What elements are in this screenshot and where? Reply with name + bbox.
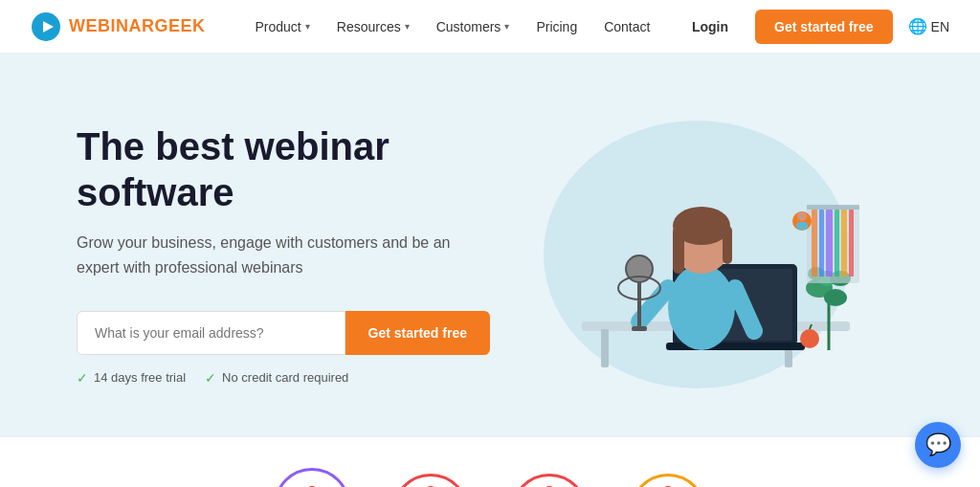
nav-customers[interactable]: Customers ▾ [425,11,522,42]
chat-bubble[interactable]: 💬 [915,422,961,468]
logo-text: WEBINARGEEK [69,16,206,36]
navbar: WEBINARGEEK Product ▾ Resources ▾ Custom… [0,0,980,54]
badge-circle-support: G BestSupport FALL [511,474,588,487]
svg-rect-12 [673,226,684,274]
trust-item-no-credit: ✓ No credit card required [205,370,348,386]
svg-rect-31 [826,210,833,277]
svg-line-14 [639,288,668,321]
email-form: Get started free [77,311,490,355]
svg-point-9 [668,264,735,350]
chevron-down-icon: ▾ [305,21,310,32]
email-input[interactable] [77,311,345,355]
check-icon: ✓ [205,370,216,386]
nav-pricing[interactable]: Pricing [524,11,589,42]
badge-circle-leader: G Leader Europe [274,468,350,487]
trust-badges: ✓ 14 days free trial ✓ No credit card re… [77,370,490,386]
svg-rect-32 [835,210,839,277]
check-icon: ✓ [77,370,88,386]
svg-rect-35 [807,205,859,210]
hero-illustration [490,121,903,388]
svg-point-37 [797,211,807,221]
svg-rect-29 [812,210,817,277]
hero-subtitle: Grow your business, engage with customer… [77,231,479,279]
logo[interactable]: WEBINARGEEK [31,11,206,42]
logo-icon [31,11,61,42]
chevron-down-icon: ▾ [504,21,509,32]
hero-section: The best webinar software Grow your busi… [0,54,980,436]
trust-item-trial: ✓ 14 days free trial [77,370,186,386]
svg-rect-30 [819,210,824,277]
svg-rect-34 [849,210,854,277]
nav-right: Login Get started free 🌐 EN [680,10,949,44]
globe-icon: 🌐 [908,17,927,35]
badge-usability: G BestUsability SUMMER 2021 [620,474,716,487]
badge-support: G BestSupport FALL 2021 [501,474,597,487]
svg-rect-33 [841,210,847,277]
nav-contact[interactable]: Contact [592,11,661,42]
svg-rect-18 [632,326,647,331]
get-started-button[interactable]: Get started free [345,311,490,355]
svg-point-22 [824,289,847,306]
login-button[interactable]: Login [680,11,740,42]
chevron-down-icon: ▾ [405,21,410,32]
hero-content: The best webinar software Grow your busi… [77,123,490,385]
chat-icon: 💬 [925,432,951,457]
svg-point-26 [800,329,819,348]
svg-rect-38 [796,222,808,230]
badge-leader: G Leader Europe FALL 2021 [264,468,360,487]
svg-rect-3 [601,329,609,367]
nav-resources[interactable]: Resources ▾ [325,11,421,42]
language-selector[interactable]: 🌐 EN [908,17,949,35]
nav-product[interactable]: Product ▾ [244,11,322,42]
hero-title: The best webinar software [77,123,490,215]
hero-svg-illustration [524,121,869,388]
badge-circle-momentum: G MomentumLeader FALL [392,474,469,487]
get-started-nav-button[interactable]: Get started free [755,10,892,44]
badges-section: G Leader Europe FALL 2021 G MomentumLead… [0,436,980,487]
nav-links: Product ▾ Resources ▾ Customers ▾ Pricin… [244,11,680,42]
badge-momentum: G MomentumLeader FALL 2021 [383,474,479,487]
svg-rect-13 [723,226,732,264]
badge-circle-usability: G BestUsability SUMMER [630,474,706,487]
